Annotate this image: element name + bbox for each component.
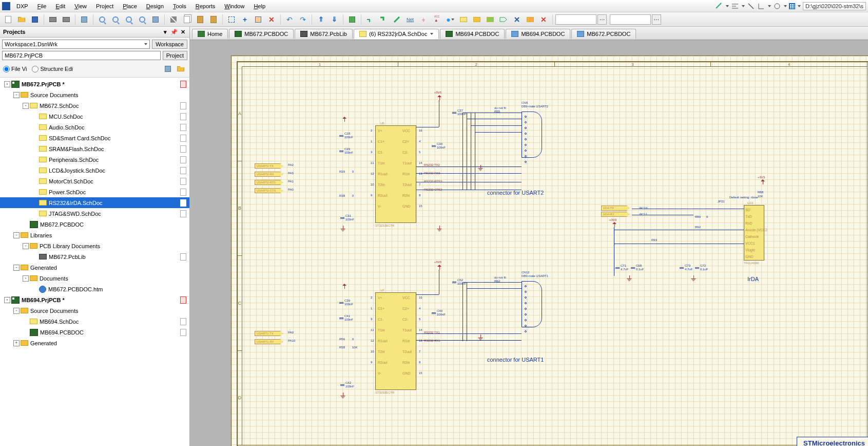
component-irda[interactable] (744, 205, 764, 261)
quick-search-field[interactable] (555, 14, 596, 25)
capacitor[interactable] (339, 300, 343, 305)
corner-icon[interactable] (757, 2, 765, 10)
tree-twisty-icon[interactable]: + (13, 340, 20, 346)
tree-twisty-icon[interactable]: - (13, 265, 20, 271)
capacitor[interactable] (680, 265, 684, 270)
device-sheet-button[interactable] (484, 14, 496, 25)
capacitor[interactable] (339, 133, 343, 138)
zoom-area-button[interactable] (96, 14, 108, 25)
net-port[interactable]: USART2 RTS (255, 180, 283, 185)
copy-button[interactable] (181, 14, 193, 25)
dropdown-arrow-icon[interactable] (430, 33, 433, 35)
rubber-stamp-button[interactable] (207, 14, 220, 25)
tree-row[interactable]: SRAM&Flash.SchDoc (0, 143, 189, 154)
tree-row[interactable]: Power.SchDoc (0, 187, 189, 197)
tree-row[interactable]: -MB672.SchDoc (0, 100, 189, 111)
menu-place[interactable]: Place (119, 2, 141, 11)
deselect-button[interactable] (252, 14, 264, 25)
save-button[interactable] (29, 14, 41, 25)
document-tab[interactable]: (6) RS232|rDA.SchDoc (354, 29, 439, 39)
project-button[interactable]: Project (163, 51, 187, 60)
document-tab[interactable]: MB672.PCBDOC (571, 29, 636, 39)
net-port[interactable]: USART2 CTS (255, 188, 283, 193)
tree-twisty-icon[interactable]: - (4, 297, 10, 303)
menu-window[interactable]: Window (220, 2, 248, 11)
tree-row[interactable]: -Source Documents (0, 305, 189, 316)
tree-row[interactable]: MotorCtrl.SchDoc (0, 176, 189, 187)
tree-row[interactable]: MB672.PCBDOC.htm (0, 284, 189, 294)
move-button[interactable]: + (239, 14, 251, 25)
zoom-selected-button[interactable] (123, 14, 135, 25)
no-erc-button[interactable] (511, 14, 523, 25)
print-button[interactable] (47, 14, 59, 25)
document-tab[interactable]: MB672.PCBDOC (229, 29, 294, 39)
wire-button[interactable] (364, 14, 376, 25)
panel-pin-icon[interactable]: 📌 (170, 28, 178, 35)
line-style-icon[interactable] (715, 2, 723, 10)
hier-up-button[interactable]: ⇑ (315, 14, 327, 25)
cut-button[interactable] (167, 14, 180, 25)
dropdown-arrow-icon[interactable] (798, 5, 801, 7)
tree-folder-button[interactable] (175, 64, 186, 74)
net-port[interactable]: IrDA TX (601, 206, 629, 211)
select-rect-button[interactable] (225, 14, 238, 25)
tree-row[interactable]: Audio.SchDoc (0, 122, 189, 133)
view-structure-radio[interactable]: Structure Edi (32, 66, 73, 72)
bus-button[interactable] (377, 14, 390, 25)
new-button[interactable] (2, 14, 14, 25)
filter-more-button[interactable]: … (652, 14, 661, 25)
connector-cn12[interactable] (522, 281, 542, 327)
sheet-entry-button[interactable] (471, 14, 483, 25)
tree-row[interactable]: Peripherals.SchDoc (0, 154, 189, 165)
search-more-button[interactable]: … (597, 14, 607, 25)
file-path-field[interactable]: D:\gjz\020\020-stm32\s (803, 2, 866, 10)
tree-row[interactable]: MB694.SchDoc (0, 316, 189, 327)
tree-twisty-icon[interactable]: - (13, 92, 20, 98)
tree-row[interactable]: MCU.SchDoc (0, 111, 189, 122)
capacitor[interactable] (339, 315, 343, 321)
document-tab[interactable]: MB672.PcbLib (295, 29, 353, 39)
net-port[interactable]: USART1 RX (255, 339, 283, 344)
undo-button[interactable]: ↶ (283, 14, 296, 25)
paste-button[interactable] (194, 14, 206, 25)
clear-filter-button[interactable]: ✕ (265, 14, 278, 25)
schematic-canvas[interactable]: 1234 ABCD U5 ST3232ECTR V+2C1+1C1-3T1in1… (190, 40, 868, 446)
menu-tools[interactable]: Tools (169, 2, 190, 11)
zoom-in-button[interactable] (136, 14, 148, 25)
net-label-button[interactable]: Net (404, 14, 416, 25)
capacitor[interactable] (432, 310, 436, 315)
document-tab[interactable]: MB694.PCBDOC (506, 29, 570, 39)
workspace-button[interactable]: Workspace (152, 40, 187, 49)
compile-button[interactable] (78, 14, 90, 25)
tree-row[interactable]: RS232&IrDA.SchDoc (0, 197, 189, 208)
capacitor[interactable] (432, 143, 436, 148)
menu-design[interactable]: Design (142, 2, 168, 11)
tree-row[interactable]: -Source Documents (0, 89, 189, 100)
tree-row[interactable]: MB694.PCBDOC (0, 327, 189, 338)
tree-options-button[interactable] (162, 64, 173, 74)
tree-row[interactable]: -Generated (0, 262, 189, 273)
capacitor[interactable] (340, 215, 344, 220)
open-button[interactable] (15, 14, 28, 25)
dropdown-arrow-icon[interactable] (726, 5, 729, 7)
capacitor[interactable] (339, 148, 343, 154)
align-icon[interactable] (731, 2, 739, 10)
project-tree[interactable]: -MB672.PrjPCB *-Source Documents-MB672.S… (0, 78, 189, 446)
delete-button[interactable]: ✕ (537, 14, 550, 25)
menu-project[interactable]: Project (92, 2, 118, 11)
document-tab[interactable]: MB694.PCBDOC (440, 29, 505, 39)
zoom-out-button[interactable] (149, 14, 162, 25)
tree-row[interactable]: SD&Smart Card.SchDoc (0, 133, 189, 143)
tree-row[interactable]: -Documents (0, 273, 189, 284)
gnd-port-button[interactable]: ⏚ (417, 14, 430, 25)
net-port[interactable]: USART1 TX (255, 331, 283, 336)
bus-entry-button[interactable] (391, 14, 403, 25)
filter-field[interactable] (610, 14, 651, 25)
tree-row[interactable]: -PCB Library Documents (0, 240, 189, 251)
vcc-port-button[interactable]: VCC▲ (431, 14, 443, 25)
redo-button[interactable]: ↶ (297, 14, 309, 25)
tree-row[interactable]: MB672.PcbLib (0, 251, 189, 262)
menu-dxp[interactable]: DXP (12, 2, 32, 11)
tree-row[interactable]: MB672.PCBDOC (0, 219, 189, 230)
capacitor[interactable] (615, 265, 620, 270)
